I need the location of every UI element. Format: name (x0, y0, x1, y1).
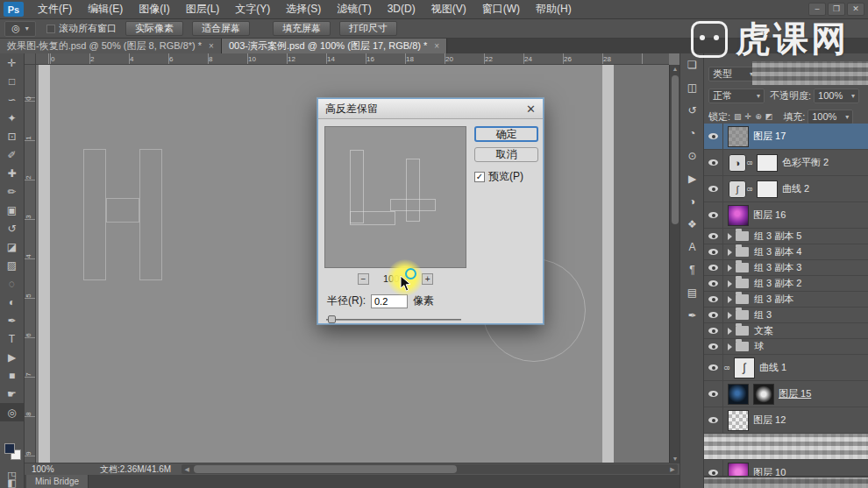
tab-close-icon[interactable]: × (434, 41, 439, 51)
layer-thumbnail[interactable] (728, 205, 749, 226)
pen-tool[interactable]: ✒ (0, 311, 24, 329)
visibility-toggle[interactable] (704, 339, 723, 354)
scroll-left-icon[interactable]: ◀ (181, 466, 192, 473)
gradient-tool[interactable]: ▨ (0, 256, 24, 274)
foreground-color-swatch[interactable] (4, 443, 15, 454)
visibility-toggle[interactable] (704, 260, 723, 275)
fill-screen-button[interactable]: 填充屏幕 (273, 21, 331, 36)
layer-row-curves-1[interactable]: 8 ∫ 曲线 1 (704, 355, 868, 381)
minimize-button[interactable]: – (808, 3, 826, 16)
group-name[interactable]: 组 3 副本 5 (754, 230, 801, 243)
layer-row-color-balance-2[interactable]: ◑ 8 色彩平衡 2 (704, 150, 868, 176)
properties-panel-icon[interactable]: ◔ (680, 122, 704, 145)
group-name[interactable]: 组 3 (754, 308, 772, 322)
vertical-scrollbar[interactable]: ▲ ▼ (669, 65, 679, 463)
expand-caret-icon[interactable] (728, 280, 732, 287)
group-name[interactable]: 组 3 副本 3 (754, 261, 801, 274)
document-tab-inactive[interactable]: 效果图-恢复的.psd @ 50% (图层 8, RGB/8*) * × (0, 39, 222, 53)
lock-all-icon[interactable]: ◩ (765, 112, 773, 121)
opacity-dropdown[interactable]: 100% ▾ (814, 88, 859, 103)
layer-thumbnail[interactable]: ∫ (734, 357, 755, 378)
layer-name[interactable]: 曲线 1 (759, 361, 786, 374)
slider-thumb[interactable] (328, 315, 336, 323)
preview-checkbox[interactable]: ✓ (474, 172, 485, 182)
vertical-scrollbar-thumb[interactable] (672, 75, 679, 224)
hand-tool[interactable]: ☛ (0, 385, 24, 403)
menu-layer[interactable]: 图层(L) (178, 0, 228, 18)
adjustment-layer-icon[interactable]: ◑ (729, 154, 746, 172)
menu-edit[interactable]: 编辑(E) (80, 0, 131, 18)
healing-brush-tool[interactable]: ✚ (0, 164, 24, 182)
scroll-right-icon[interactable]: ▶ (667, 466, 678, 473)
menu-type[interactable]: 文字(Y) (227, 0, 278, 18)
menu-help[interactable]: 帮助(H) (528, 0, 580, 18)
fit-screen-button[interactable]: 适合屏幕 (192, 21, 250, 36)
lasso-tool[interactable]: ∽ (0, 90, 24, 109)
quick-selection-tool[interactable]: ✦ (0, 109, 24, 127)
crop-tool[interactable]: ⊡ (0, 127, 24, 145)
layer-row-layer-16[interactable]: 图层 16 (704, 202, 868, 229)
menu-3d[interactable]: 3D(D) (380, 0, 423, 18)
blur-tool[interactable]: ◌ (0, 274, 24, 293)
vertical-ruler[interactable]: 0 1 2 3 4 5 6 7 8 9 (25, 65, 36, 463)
navigator-panel-icon[interactable]: ❏ (680, 53, 704, 76)
adjustment-layer-icon[interactable]: ∫ (729, 180, 746, 198)
layer-mask-thumbnail[interactable] (757, 180, 778, 198)
layer-row-layer-17[interactable]: 图层 17 (704, 124, 868, 150)
zoom-in-button[interactable]: + (422, 273, 433, 285)
history-brush-tool[interactable]: ↺ (0, 219, 24, 237)
group-row[interactable]: 组 3 (704, 308, 868, 323)
group-name[interactable]: 文案 (754, 324, 773, 337)
visibility-toggle[interactable] (704, 124, 723, 149)
expand-caret-icon[interactable] (728, 249, 732, 256)
visibility-toggle[interactable] (704, 176, 723, 202)
visibility-toggle[interactable] (704, 323, 723, 338)
expand-caret-icon[interactable] (728, 265, 732, 272)
horizontal-ruler[interactable]: 0 2 4 6 8 10 12 14 16 18 20 22 24 26 28 (36, 53, 669, 65)
visibility-toggle[interactable] (704, 244, 723, 259)
visibility-toggle[interactable] (704, 202, 723, 228)
layer-name[interactable]: 图层 17 (753, 130, 786, 143)
visibility-toggle[interactable] (704, 407, 723, 433)
styles-panel-icon[interactable]: ❖ (680, 213, 704, 236)
group-row[interactable]: 组 3 副本 5 (704, 229, 868, 244)
expand-caret-icon[interactable] (728, 233, 732, 240)
layer-mask-thumbnail[interactable] (753, 384, 774, 405)
zoom-level[interactable]: 100% (32, 464, 63, 474)
expand-caret-icon[interactable] (728, 328, 732, 335)
histogram-panel-icon[interactable]: ◫ (680, 76, 704, 99)
layer-mask-thumbnail[interactable] (757, 154, 778, 172)
layer-name[interactable]: 曲线 2 (782, 182, 809, 195)
zoom-tool[interactable]: ◎ (0, 403, 24, 421)
dialog-close-icon[interactable]: ✕ (526, 103, 536, 116)
cancel-button[interactable]: 取消 (474, 147, 538, 162)
eyedropper-tool[interactable]: ✐ (0, 145, 24, 164)
fill-dropdown[interactable]: 100% ▾ (808, 110, 853, 124)
maximize-button[interactable]: ❐ (828, 3, 845, 16)
character-panel-icon[interactable]: A (680, 236, 704, 258)
print-size-button[interactable]: 打印尺寸 (339, 21, 397, 36)
clone-stamp-tool[interactable]: ▣ (0, 201, 24, 219)
layer-thumbnail[interactable] (728, 126, 749, 147)
group-row[interactable]: 组 3 副本 4 (704, 244, 868, 260)
mini-bridge-tab[interactable]: Mini Bridge (26, 475, 89, 488)
actions-panel-icon[interactable]: ▶ (680, 167, 704, 190)
current-tool-icon[interactable]: ◎ ▾ (4, 21, 36, 37)
shape-tool[interactable]: ■ (0, 366, 24, 385)
dodge-tool[interactable]: ◐ (0, 293, 24, 311)
radius-input[interactable]: 0.2 (371, 294, 408, 308)
zoom-out-button[interactable]: − (358, 273, 369, 285)
scroll-all-windows-checkbox[interactable] (46, 25, 55, 33)
group-name[interactable]: 组 3 副本 (754, 293, 793, 306)
slider-track[interactable] (326, 319, 461, 321)
path-selection-tool[interactable]: ▶ (0, 348, 24, 366)
layer-row-layer-12[interactable]: 图层 12 (704, 407, 868, 434)
group-name[interactable]: 组 3 副本 2 (754, 277, 801, 290)
group-row[interactable]: 球 (704, 339, 868, 355)
menu-filter[interactable]: 滤镜(T) (329, 0, 379, 18)
group-name[interactable]: 球 (754, 340, 764, 353)
paths-panel-icon[interactable]: ✒ (680, 304, 704, 327)
visibility-toggle[interactable] (704, 381, 723, 407)
menu-view[interactable]: 视图(V) (423, 0, 474, 18)
history-panel-icon[interactable]: ↺ (680, 99, 704, 122)
